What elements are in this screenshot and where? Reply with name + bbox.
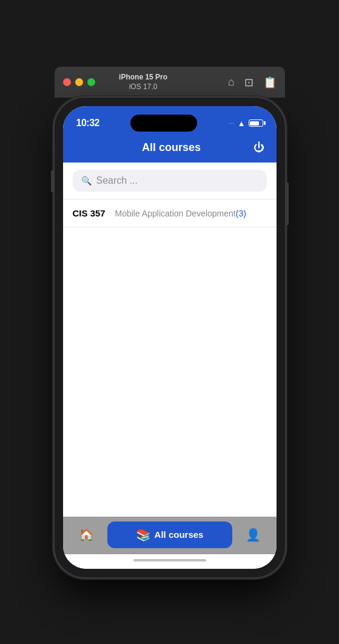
course-count: (3) [236,209,246,218]
search-input[interactable]: Search ... [96,175,138,186]
app-header: All courses ⏻ [63,138,277,163]
wifi-icon: ▲ [238,119,246,128]
dynamic-island [130,115,197,132]
main-content: 🔍 Search ... CIS 357 Mobile Application … [63,163,277,517]
status-bar: 10:32 ··· ▲ [63,106,277,138]
status-icons: ··· ▲ [229,119,263,128]
table-row[interactable]: CIS 357 Mobile Application Development(3… [63,200,277,227]
course-code: CIS 357 [73,208,115,218]
clipboard-icon[interactable]: 📋 [263,76,277,89]
status-time: 10:32 [76,118,99,129]
home-icon[interactable]: ⌂ [228,76,235,89]
mac-icons: ⌂ ⊡ 📋 [228,76,277,89]
battery-icon [249,119,263,127]
courses-tab-label: All courses [155,529,204,540]
screenshot-icon[interactable]: ⊡ [244,76,253,89]
os-version: iOS 17.0 [129,82,158,91]
profile-tab-icon: 👤 [246,528,261,542]
power-button[interactable]: ⏻ [253,141,264,154]
outer-wrapper: iPhone 15 Pro iOS 17.0 ⌂ ⊡ 📋 10:32 ··· ▲ [55,67,285,577]
mac-title: iPhone 15 Pro iOS 17.0 [66,73,221,92]
search-icon: 🔍 [81,176,92,186]
home-indicator [63,554,277,569]
courses-tab-icon: 📚 [136,528,151,542]
signal-dots-icon: ··· [229,121,235,126]
home-tab-icon: 🏠 [79,528,94,542]
tab-courses[interactable]: 📚 All courses [107,522,232,548]
mac-titlebar: iPhone 15 Pro iOS 17.0 ⌂ ⊡ 📋 [55,67,285,98]
search-bar-wrap: 🔍 Search ... [63,163,277,199]
tab-bar: 🏠 📚 All courses 👤 [63,517,277,554]
search-bar[interactable]: 🔍 Search ... [73,170,267,192]
phone-frame: 10:32 ··· ▲ All courses ⏻ [55,98,285,577]
course-list: CIS 357 Mobile Application Development(3… [63,199,277,227]
tab-home[interactable]: 🏠 [70,522,102,548]
app-title: All courses [90,141,253,154]
course-name: Mobile Application Development [115,209,236,218]
phone-screen: 10:32 ··· ▲ All courses ⏻ [63,106,277,569]
device-name: iPhone 15 Pro [66,73,221,82]
tab-profile[interactable]: 👤 [237,522,269,548]
home-bar [133,559,206,562]
